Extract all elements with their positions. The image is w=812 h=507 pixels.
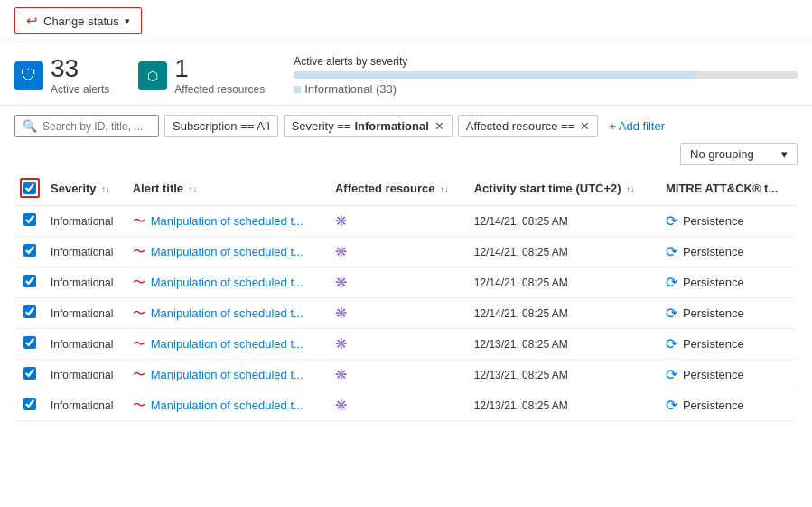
severity-sort-icon[interactable]: ↑↓ [101,184,110,194]
top-bar: ↩ Change status ▾ [0,0,812,42]
alerts-table-container: Severity ↑↓ Alert title ↑↓ Affected reso… [0,171,812,421]
activity-start-sort-icon[interactable]: ↑↓ [626,184,635,194]
resource-icon: ❋ [335,398,347,413]
mitre-text: Persistence [683,337,744,351]
row-checkbox-5[interactable] [23,367,36,380]
affected-resources-summary: ⬡ 1 Affected resources [138,56,265,96]
row-affected-resource: ❋ [330,268,469,298]
alert-title-text[interactable]: Manipulation of scheduled t... [151,399,303,412]
row-severity: Informational [45,298,127,329]
chevron-down-icon: ▾ [125,15,130,27]
alert-title-text[interactable]: Manipulation of scheduled t... [151,276,303,289]
chart-legend-label: Informational (33) [304,82,397,96]
row-checkbox-1[interactable] [23,244,36,257]
alert-title-text[interactable]: Manipulation of scheduled t... [151,245,303,258]
alert-waveform-icon: 〜 [133,336,145,352]
select-all-checkbox[interactable] [23,182,36,194]
severity-filter-chip[interactable]: Severity == Informational ✕ [284,115,453,137]
subscription-filter-chip[interactable]: Subscription == All [164,115,278,137]
table-row: Informational 〜 Manipulation of schedule… [14,298,798,329]
alert-waveform-icon: 〜 [133,213,145,230]
severity-chip-value: Informational [354,119,428,133]
alert-title-text[interactable]: Manipulation of scheduled t... [151,337,303,351]
summary-bar: 🛡 33 Active alerts ⬡ 1 Affected resource… [0,42,812,106]
row-mitre: ⟳ Persistence [660,390,798,421]
mitre-refresh-icon: ⟳ [666,335,677,352]
row-severity: Informational [45,329,127,360]
table-row: Informational 〜 Manipulation of schedule… [14,206,798,237]
grouping-select[interactable]: No grouping ▾ [680,143,798,165]
mitre-text: Persistence [683,368,744,381]
row-alert-title: 〜 Manipulation of scheduled t... [127,390,330,421]
row-affected-resource: ❋ [330,329,469,360]
row-checkbox-cell [14,360,45,390]
mitre-text: Persistence [683,245,744,258]
row-activity-start: 12/14/21, 08:25 AM [469,298,660,329]
row-checkbox-3[interactable] [23,305,36,318]
legend-dot [294,86,301,93]
grouping-label: No grouping [690,147,754,161]
chart-title: Active alerts by severity [294,55,798,68]
severity-legend: Informational (33) [294,82,798,96]
mitre-text: Persistence [683,276,744,289]
active-alerts-count: 33 [51,56,109,81]
row-mitre: ⟳ Persistence [660,237,798,268]
alert-title-text[interactable]: Manipulation of scheduled t... [151,368,303,381]
row-affected-resource: ❋ [330,206,469,237]
grouping-chevron-icon: ▾ [781,147,788,161]
row-alert-title: 〜 Manipulation of scheduled t... [127,298,330,329]
table-row: Informational 〜 Manipulation of schedule… [14,390,798,421]
row-severity: Informational [45,268,127,298]
row-checkbox-cell [14,268,45,298]
alert-waveform-icon: 〜 [133,367,145,383]
col-activity-start: Activity start time (UTC+2) ↑↓ [469,171,660,206]
row-activity-start: 12/14/21, 08:25 AM [469,237,660,268]
resources-icon: ⬡ [138,61,167,90]
alert-title-sort-icon[interactable]: ↑↓ [188,184,197,194]
add-filter-button[interactable]: + Add filter [603,116,670,136]
alert-title-text[interactable]: Manipulation of scheduled t... [151,306,303,320]
alerts-table: Severity ↑↓ Alert title ↑↓ Affected reso… [14,171,798,421]
row-activity-start: 12/13/21, 08:25 AM [469,329,660,360]
filters-row: 🔍 Subscription == All Severity == Inform… [0,106,812,137]
table-row: Informational 〜 Manipulation of schedule… [14,237,798,268]
row-activity-start: 12/14/21, 08:25 AM [469,268,660,298]
row-alert-title: 〜 Manipulation of scheduled t... [127,237,330,268]
shield-icon: 🛡 [14,61,43,90]
row-severity: Informational [45,206,127,237]
active-alerts-summary: 🛡 33 Active alerts [14,56,109,96]
mitre-refresh-icon: ⟳ [666,366,677,383]
search-input[interactable] [42,120,151,133]
row-mitre: ⟳ Persistence [660,298,798,329]
row-checkbox-cell [14,206,45,237]
row-mitre: ⟳ Persistence [660,329,798,360]
affected-resources-count: 1 [174,56,265,81]
col-affected-resource: Affected resource ↑↓ [330,171,469,206]
row-checkbox-6[interactable] [23,398,36,410]
affected-resource-chip-label: Affected resource == [466,119,574,133]
mitre-refresh-icon: ⟳ [666,243,677,260]
row-checkbox-4[interactable] [23,336,36,349]
change-status-button[interactable]: ↩ Change status ▾ [14,7,142,34]
severity-chip-close-icon[interactable]: ✕ [434,119,444,133]
affected-resource-sort-icon[interactable]: ↑↓ [440,184,449,194]
resource-icon: ❋ [335,244,347,259]
alert-waveform-icon: 〜 [133,275,145,291]
row-checkbox-0[interactable] [23,213,36,226]
search-box[interactable]: 🔍 [14,115,159,137]
row-affected-resource: ❋ [330,390,469,421]
affected-resource-chip-close-icon[interactable]: ✕ [580,119,590,133]
alert-waveform-icon: 〜 [133,244,145,260]
alert-title-text[interactable]: Manipulation of scheduled t... [151,214,303,228]
row-severity: Informational [45,237,127,268]
row-mitre: ⟳ Persistence [660,268,798,298]
mitre-text: Persistence [683,306,744,320]
mitre-refresh-icon: ⟳ [666,212,677,230]
row-alert-title: 〜 Manipulation of scheduled t... [127,268,330,298]
affected-resource-filter-chip[interactable]: Affected resource == ✕ [458,115,598,137]
resource-icon: ❋ [335,305,347,321]
row-affected-resource: ❋ [330,298,469,329]
col-alert-title: Alert title ↑↓ [127,171,330,206]
subscription-chip-label: Subscription == All [173,119,270,133]
row-checkbox-2[interactable] [23,275,36,287]
